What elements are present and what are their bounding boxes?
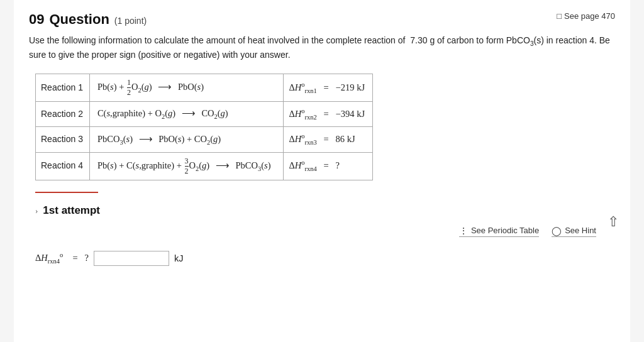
answer-input[interactable] xyxy=(94,251,169,266)
reaction-1-label: Reaction 1 xyxy=(36,74,90,102)
reaction-3-equation: PbCO3(s) ⟶ PbO(s) + CO2(g) xyxy=(89,127,284,152)
up-arrow-button[interactable]: ⇧ xyxy=(608,214,619,230)
table-row: Reaction 1 Pb(s) + 12O2(g) ⟶ PbO(s) ΔHor… xyxy=(36,74,373,102)
reaction-2-equation: C(s,graphite) + O2(g) ⟶ CO2(g) xyxy=(89,101,284,126)
table-row: Reaction 3 PbCO3(s) ⟶ PbO(s) + CO2(g) ΔH… xyxy=(36,127,373,152)
answer-equals: = ? xyxy=(68,253,89,263)
see-page-label: See page 470 xyxy=(564,11,615,21)
reaction-4-dh: ΔHorxn4 = ? xyxy=(284,152,373,180)
see-page-link[interactable]: □ See page 470 xyxy=(557,11,615,21)
page-icon: □ xyxy=(557,11,562,21)
question-label: Question xyxy=(49,11,109,28)
attempt-section: › 1st attempt xyxy=(35,204,615,217)
question-points: (1 point) xyxy=(114,16,147,26)
reaction-4-label: Reaction 4 xyxy=(36,152,90,180)
page-container: 09 Question (1 point) □ See page 470 Use… xyxy=(14,0,630,342)
attempt-label: 1st attempt xyxy=(43,204,100,217)
question-title: 09 Question (1 point) xyxy=(29,11,147,28)
hint-icon: ◯ xyxy=(552,226,562,236)
answer-unit: kJ xyxy=(174,253,184,263)
question-text: Use the following information to calcula… xyxy=(29,34,615,62)
reaction-3-dh: ΔHorxn3 = 86 kJ xyxy=(284,127,373,152)
hint-label: See Hint xyxy=(565,226,596,235)
answer-label: ΔHrxn4o xyxy=(35,251,63,265)
reaction-2-dh: ΔHorxn2 = −394 kJ xyxy=(284,101,373,126)
see-hint-link[interactable]: ◯ See Hint xyxy=(552,226,596,237)
header-row: 09 Question (1 point) □ See page 470 xyxy=(29,11,615,28)
chevron-down-icon[interactable]: › xyxy=(35,206,38,216)
reaction-4-equation: Pb(s) + C(s,graphite) + 32O2(g) ⟶ PbCO3(… xyxy=(89,152,284,180)
reaction-1-equation: Pb(s) + 12O2(g) ⟶ PbO(s) xyxy=(89,74,284,102)
reaction-3-label: Reaction 3 xyxy=(36,127,90,152)
see-periodic-table-link[interactable]: ⋮ See Periodic Table xyxy=(459,226,539,237)
answer-row: ΔHrxn4o = ? kJ xyxy=(35,251,615,266)
reaction-1-dh: ΔHorxn1 = −219 kJ xyxy=(284,74,373,102)
table-row: Reaction 2 C(s,graphite) + O2(g) ⟶ CO2(g… xyxy=(36,101,373,126)
periodic-table-icon: ⋮ xyxy=(459,226,468,236)
divider-line xyxy=(35,192,98,193)
reactions-table: Reaction 1 Pb(s) + 12O2(g) ⟶ PbO(s) ΔHor… xyxy=(35,74,373,180)
periodic-table-label: See Periodic Table xyxy=(471,226,539,235)
tools-row: ⋮ See Periodic Table ◯ See Hint xyxy=(29,226,596,237)
reaction-2-label: Reaction 2 xyxy=(36,101,90,126)
table-row: Reaction 4 Pb(s) + C(s,graphite) + 32O2(… xyxy=(36,152,373,180)
question-number: 09 xyxy=(29,11,44,28)
